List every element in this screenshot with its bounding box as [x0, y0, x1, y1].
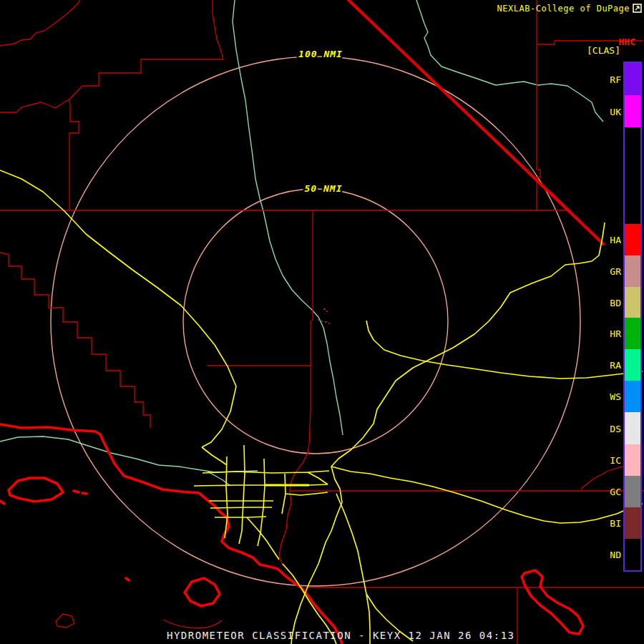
legend-label-RF: RF — [610, 74, 621, 84]
legend-label-WS: WS — [610, 392, 621, 401]
legend-swatch-gap — [625, 127, 640, 224]
state-line-ca-nv — [348, 0, 603, 244]
county-line-kern-steps — [0, 0, 223, 210]
legend-swatch-RA — [625, 349, 640, 381]
highway-395 — [0, 170, 236, 447]
legend-swatch-GR — [625, 255, 640, 287]
legend-swatch-DS — [625, 412, 640, 444]
legend-swatch-GC — [625, 476, 640, 507]
highway-215 — [336, 494, 413, 644]
legend-label-IC: IC — [610, 456, 621, 465]
legend-label-HA: HA — [610, 235, 621, 245]
legend-swatch-BI — [625, 507, 640, 539]
range-ring-50nmi — [183, 189, 448, 454]
river-lines — [0, 0, 603, 486]
island-san-clemente — [522, 570, 583, 634]
legend-label-UK: UK — [610, 107, 621, 116]
legend-bar — [623, 62, 642, 572]
legend-swatch-IC — [625, 444, 640, 476]
legend-swatch-UK — [625, 95, 640, 127]
status-bar: HYDROMETEOR CLASSIFICATION - KEYX 12 JAN… — [167, 630, 515, 641]
legend-swatch-WS — [625, 381, 640, 412]
legend: RFUKHAGRBDHRRAWSDSICGCBIND — [594, 0, 644, 644]
legend-label-DS: DS — [610, 424, 621, 433]
legend-swatch-RF — [625, 63, 640, 95]
coastline — [0, 424, 583, 644]
county-line-ventura-steps — [0, 253, 150, 428]
island-anacapa — [74, 491, 87, 494]
range-ring-label-100nmi: 100 NMI — [298, 49, 343, 59]
legend-swatch-BD — [625, 287, 640, 318]
legend-label-BD: BD — [610, 298, 621, 307]
city-freeway-grid — [194, 445, 329, 560]
island-outline-thin — [56, 614, 222, 628]
highway-15 — [291, 223, 605, 644]
radar-viewer: 100 NMI 50 NMI NEXLAB-College of DuPage … — [0, 0, 644, 644]
county-line-northwest-jagged — [0, 0, 80, 46]
range-ring-label-50nmi: 50 NMI — [305, 183, 343, 194]
legend-swatch-HA — [625, 224, 640, 255]
range-rings — [51, 57, 580, 586]
radar-map: 100 NMI 50 NMI — [0, 0, 644, 644]
island-santa-cruz — [0, 478, 63, 504]
river-northeast — [416, 0, 603, 122]
legend-label-GR: GR — [610, 267, 621, 276]
legend-swatch-HR — [625, 318, 640, 349]
pacific-coastline — [0, 424, 342, 644]
legend-swatch-ND — [625, 539, 640, 570]
legend-label-BI: BI — [610, 519, 621, 528]
highway-lines — [0, 170, 643, 644]
island-catalina — [126, 578, 220, 606]
legend-label-HR: HR — [610, 329, 621, 338]
legend-label-ND: ND — [610, 550, 621, 560]
range-ring-100nmi — [51, 57, 580, 586]
radar-echoes — [318, 308, 330, 324]
legend-label-GC: GC — [610, 487, 621, 497]
legend-label-RA: RA — [610, 361, 621, 370]
county-line-center-vertical — [208, 211, 313, 565]
